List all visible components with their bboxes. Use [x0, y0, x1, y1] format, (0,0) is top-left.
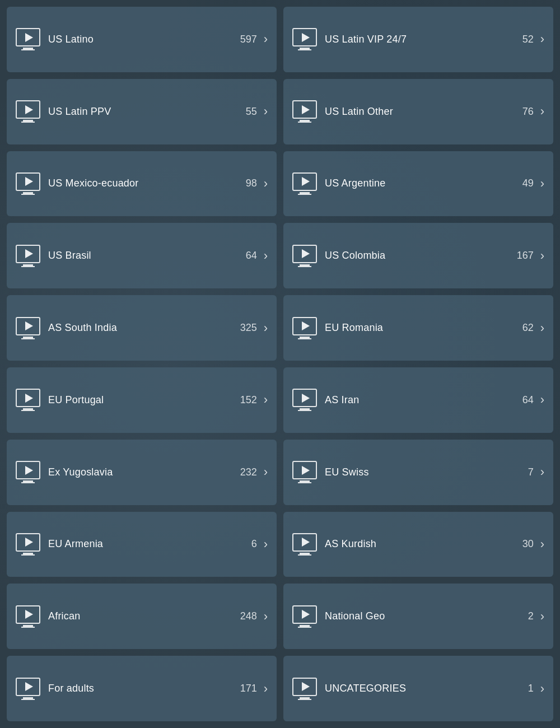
tv-screen [16, 172, 40, 191]
channel-name-us-latino: US Latino [48, 34, 240, 45]
channel-count-us-latin-ppv: 55 [246, 106, 257, 118]
tv-icon-as-iran [292, 389, 317, 411]
tv-icon-us-mexico-ecuador [16, 172, 40, 195]
channel-item-national-geo[interactable]: National Geo 2 › [283, 584, 553, 649]
channel-count-us-latino: 597 [240, 34, 257, 45]
tv-base [298, 266, 311, 267]
tv-icon-us-colombia [292, 245, 317, 267]
play-triangle [25, 538, 33, 547]
channel-name-african: African [48, 610, 240, 622]
tv-icon-african [16, 605, 40, 628]
tv-base [298, 482, 311, 483]
tv-icon-ex-yugoslavia [16, 461, 40, 483]
chevron-right-icon-uncategories: › [540, 683, 544, 695]
play-triangle [302, 466, 310, 475]
channel-count-eu-romania: 62 [522, 322, 534, 334]
tv-screen [292, 461, 317, 479]
channel-name-for-adults: For adults [48, 683, 240, 694]
play-triangle [302, 610, 310, 619]
channel-item-african[interactable]: African 248 › [7, 584, 277, 649]
chevron-right-icon-african: › [264, 610, 268, 623]
channel-item-as-kurdish[interactable]: AS Kurdish 30 › [283, 512, 553, 577]
tv-screen [16, 605, 40, 624]
channel-item-as-south-india[interactable]: AS South India 325 › [7, 295, 277, 361]
channel-count-national-geo: 2 [528, 610, 534, 622]
tv-base [298, 627, 311, 628]
tv-icon-national-geo [292, 605, 317, 628]
channel-count-african: 248 [240, 610, 257, 622]
tv-screen [292, 317, 317, 335]
play-triangle [302, 321, 310, 330]
chevron-right-icon-us-latin-other: › [540, 105, 544, 118]
chevron-right-icon-eu-portugal: › [264, 394, 268, 406]
chevron-right-icon-us-argentine: › [540, 178, 544, 190]
play-triangle [302, 177, 310, 186]
channel-count-us-argentine: 49 [522, 178, 534, 189]
channel-item-us-brasil[interactable]: US Brasil 64 › [7, 223, 277, 288]
play-triangle [25, 177, 33, 186]
channel-item-us-latin-other[interactable]: US Latin Other 76 › [283, 79, 553, 144]
channel-count-ex-yugoslavia: 232 [240, 466, 257, 478]
channel-name-eu-swiss: EU Swiss [325, 466, 528, 478]
chevron-right-icon-eu-romania: › [540, 322, 544, 334]
channel-item-uncategories[interactable]: UNCATEGORIES 1 › [283, 656, 553, 721]
tv-icon-as-kurdish [292, 533, 317, 556]
channel-item-for-adults[interactable]: For adults 171 › [7, 656, 277, 721]
tv-screen [292, 100, 317, 119]
channel-item-eu-portugal[interactable]: EU Portugal 152 › [7, 367, 277, 433]
play-triangle [25, 321, 33, 330]
channel-item-ex-yugoslavia[interactable]: Ex Yugoslavia 232 › [7, 440, 277, 505]
chevron-right-icon-us-colombia: › [540, 250, 544, 262]
channel-item-us-latin-vip[interactable]: US Latin VIP 24/7 52 › [283, 7, 553, 72]
chevron-right-icon-us-latino: › [264, 33, 268, 45]
channel-name-as-south-india: AS South India [48, 322, 240, 334]
tv-base [21, 194, 35, 195]
play-triangle [25, 610, 33, 619]
channel-item-us-latino[interactable]: US Latino 597 › [7, 7, 277, 72]
tv-icon-us-latino [16, 28, 40, 50]
tv-icon-us-latin-vip [292, 28, 317, 50]
channel-name-us-latin-ppv: US Latin PPV [48, 106, 246, 118]
channel-count-us-colombia: 167 [517, 250, 534, 262]
play-triangle [302, 249, 310, 258]
tv-screen [16, 533, 40, 552]
channel-item-us-latin-ppv[interactable]: US Latin PPV 55 › [7, 79, 277, 144]
channel-name-us-latin-other: US Latin Other [325, 106, 522, 118]
tv-screen [16, 28, 40, 46]
play-triangle [25, 249, 33, 258]
channel-item-us-colombia[interactable]: US Colombia 167 › [283, 223, 553, 288]
channel-item-eu-armenia[interactable]: EU Armenia 6 › [7, 512, 277, 577]
chevron-right-icon-us-latin-vip: › [540, 33, 544, 45]
chevron-right-icon-us-mexico-ecuador: › [264, 178, 268, 190]
channel-name-eu-armenia: EU Armenia [48, 538, 251, 550]
channel-count-as-iran: 64 [522, 394, 534, 406]
tv-base [298, 699, 311, 700]
channel-count-us-latin-other: 76 [522, 106, 534, 118]
tv-screen [16, 389, 40, 407]
tv-screen [16, 317, 40, 335]
play-triangle [25, 682, 33, 691]
tv-base [21, 266, 35, 267]
tv-icon-eu-portugal [16, 389, 40, 411]
channel-item-as-iran[interactable]: AS Iran 64 › [283, 367, 553, 433]
play-triangle [302, 105, 310, 114]
chevron-right-icon-us-latin-ppv: › [264, 105, 268, 118]
tv-screen [16, 245, 40, 263]
channel-item-eu-swiss[interactable]: EU Swiss 7 › [283, 440, 553, 505]
play-triangle [25, 394, 33, 403]
channel-count-eu-portugal: 152 [240, 394, 257, 406]
chevron-right-icon-ex-yugoslavia: › [264, 466, 268, 478]
channel-count-eu-armenia: 6 [251, 538, 257, 550]
channel-item-eu-romania[interactable]: EU Romania 62 › [283, 295, 553, 361]
tv-icon-us-latin-ppv [16, 100, 40, 123]
channel-grid: US Latino 597 › US Latin VIP 24/7 52 › [0, 0, 560, 728]
tv-screen [292, 605, 317, 624]
channel-item-us-mexico-ecuador[interactable]: US Mexico-ecuador 98 › [7, 151, 277, 217]
chevron-right-icon-as-iran: › [540, 394, 544, 406]
tv-icon-us-argentine [292, 172, 317, 195]
tv-screen [292, 172, 317, 191]
channel-name-as-kurdish: AS Kurdish [325, 538, 522, 550]
channel-item-us-argentine[interactable]: US Argentine 49 › [283, 151, 553, 217]
tv-icon-eu-swiss [292, 461, 317, 483]
tv-base [21, 699, 35, 700]
